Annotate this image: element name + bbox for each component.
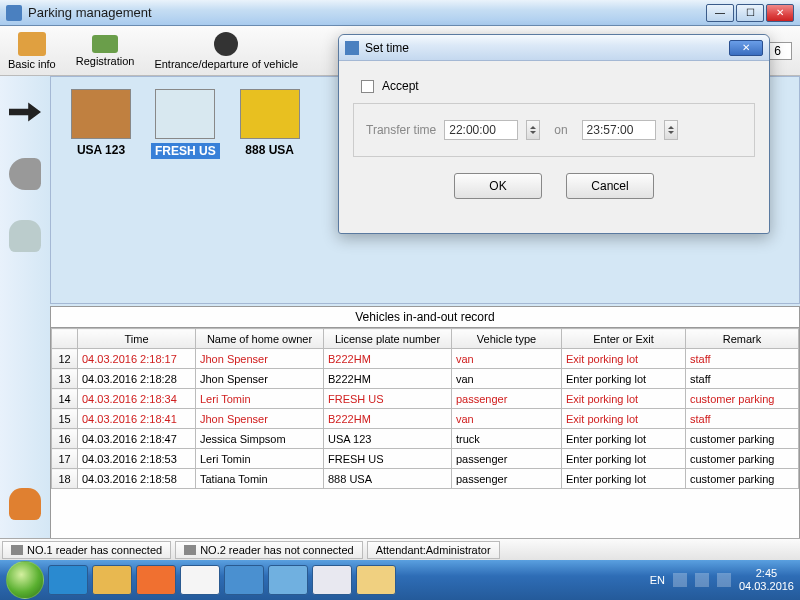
table-row[interactable]: 1304.03.2016 2:18:28Jhon SpenserB222HMva… xyxy=(52,369,799,389)
accept-label: Accept xyxy=(382,79,419,93)
row-number: 12 xyxy=(52,349,78,369)
table-row[interactable]: 1404.03.2016 2:18:34Leri TominFRESH USpa… xyxy=(52,389,799,409)
dialog-close-button[interactable]: ✕ xyxy=(729,40,763,56)
left-sidebar xyxy=(0,76,50,560)
toolbar-basic-info[interactable]: Basic info xyxy=(8,32,56,70)
taskbar: EN 2:45 04.03.2016 xyxy=(0,560,800,600)
toolbar-label: Registration xyxy=(76,55,135,67)
cell: 04.03.2016 2:18:34 xyxy=(78,389,196,409)
vehicle-label: USA 123 xyxy=(77,143,125,157)
app-icon xyxy=(6,5,22,21)
start-button[interactable] xyxy=(6,561,44,599)
cell: Exit porking lot xyxy=(562,349,686,369)
cell: Enter porking lot xyxy=(562,469,686,489)
row-number: 13 xyxy=(52,369,78,389)
cell: staff xyxy=(686,409,799,429)
vehicle-thumb xyxy=(240,89,300,139)
cell: Leri Tomin xyxy=(196,389,324,409)
column-header[interactable]: Name of home owner xyxy=(196,329,324,349)
toolbar-entrance-departure[interactable]: Entrance/departure of vehicle xyxy=(154,32,298,70)
clock[interactable]: 2:45 04.03.2016 xyxy=(739,567,794,593)
cell: Jessica Simpsom xyxy=(196,429,324,449)
table-row[interactable]: 1604.03.2016 2:18:47Jessica SimpsomUSA 1… xyxy=(52,429,799,449)
cell: Enter porking lot xyxy=(562,369,686,389)
cell: van xyxy=(452,349,562,369)
set-time-dialog: Set time ✕ Accept Transfer time 22:00:00… xyxy=(338,34,770,234)
cell: 04.03.2016 2:18:41 xyxy=(78,409,196,429)
person-icon[interactable] xyxy=(9,488,41,520)
cell: staff xyxy=(686,369,799,389)
speaker-icon[interactable] xyxy=(9,158,41,190)
taskbar-app-icon[interactable] xyxy=(224,565,264,595)
cell: Leri Tomin xyxy=(196,449,324,469)
cell: 04.03.2016 2:18:53 xyxy=(78,449,196,469)
cell: Jhon Spenser xyxy=(196,409,324,429)
column-header[interactable]: Time xyxy=(78,329,196,349)
vehicle-item-selected[interactable]: FRESH US xyxy=(151,89,220,291)
ok-button[interactable]: OK xyxy=(454,173,542,199)
spinner-icon[interactable] xyxy=(526,120,540,140)
table-row[interactable]: 1504.03.2016 2:18:41Jhon SpenserB222HMva… xyxy=(52,409,799,429)
vehicle-thumb xyxy=(71,89,131,139)
column-header[interactable]: Vehicle type xyxy=(452,329,562,349)
dialog-title: Set time xyxy=(365,41,729,55)
vehicle-item[interactable]: USA 123 xyxy=(71,89,131,291)
taskbar-chrome-icon[interactable] xyxy=(180,565,220,595)
reader2-status: NO.2 reader has not connected xyxy=(175,541,362,559)
cell: B222HM xyxy=(324,409,452,429)
vehicle-label: FRESH US xyxy=(151,143,220,159)
transfer-time-input[interactable]: 22:00:00 xyxy=(444,120,518,140)
cell: van xyxy=(452,369,562,389)
column-header[interactable]: License plate number xyxy=(324,329,452,349)
row-number: 18 xyxy=(52,469,78,489)
on-time-input[interactable]: 23:57:00 xyxy=(582,120,656,140)
column-header[interactable]: Enter or Exit xyxy=(562,329,686,349)
taskbar-paint-icon[interactable] xyxy=(312,565,352,595)
tray-flag-icon[interactable] xyxy=(673,573,687,587)
close-button[interactable]: ✕ xyxy=(766,4,794,22)
toolbar-label: Basic info xyxy=(8,58,56,70)
cell: USA 123 xyxy=(324,429,452,449)
dialog-titlebar: Set time ✕ xyxy=(339,35,769,61)
cell: customer parking xyxy=(686,469,799,489)
spinner-icon[interactable] xyxy=(664,120,678,140)
tray-volume-icon[interactable] xyxy=(717,573,731,587)
accept-checkbox[interactable] xyxy=(361,80,374,93)
table-row[interactable]: 1704.03.2016 2:18:53Leri TominFRESH USpa… xyxy=(52,449,799,469)
maximize-button[interactable]: ☐ xyxy=(736,4,764,22)
tray-network-icon[interactable] xyxy=(695,573,709,587)
vehicle-item[interactable]: 888 USA xyxy=(240,89,300,291)
cell: staff xyxy=(686,349,799,369)
taskbar-write-icon[interactable] xyxy=(356,565,396,595)
on-label: on xyxy=(554,123,567,137)
record-table-panel: Vehicles in-and-out record TimeName of h… xyxy=(50,306,800,560)
cell: Jhon Spenser xyxy=(196,369,324,389)
table-row[interactable]: 1204.03.2016 2:18:17Jhon SpenserB222HMva… xyxy=(52,349,799,369)
cell: B222HM xyxy=(324,369,452,389)
toolbar-registration[interactable]: Registration xyxy=(76,35,135,67)
car-icon[interactable] xyxy=(9,220,41,252)
status-bar: NO.1 reader has connected NO.2 reader ha… xyxy=(0,538,800,560)
taskbar-media-icon[interactable] xyxy=(136,565,176,595)
taskbar-app-icon[interactable] xyxy=(268,565,308,595)
table-title: Vehicles in-and-out record xyxy=(51,307,799,328)
cell: truck xyxy=(452,429,562,449)
system-tray: EN 2:45 04.03.2016 xyxy=(650,567,794,593)
taskbar-ie-icon[interactable] xyxy=(48,565,88,595)
cell: passenger xyxy=(452,389,562,409)
cell: Tatiana Tomin xyxy=(196,469,324,489)
vehicle-thumb xyxy=(155,89,215,139)
arrow-icon[interactable] xyxy=(9,96,41,128)
window-titlebar: Parking management — ☐ ✕ xyxy=(0,0,800,26)
table-row[interactable]: 1804.03.2016 2:18:58Tatiana Tomin888 USA… xyxy=(52,469,799,489)
cell: customer parking xyxy=(686,429,799,449)
record-table: TimeName of home ownerLicense plate numb… xyxy=(51,328,799,489)
column-header[interactable]: Remark xyxy=(686,329,799,349)
minimize-button[interactable]: — xyxy=(706,4,734,22)
taskbar-explorer-icon[interactable] xyxy=(92,565,132,595)
cancel-button[interactable]: Cancel xyxy=(566,173,654,199)
lang-indicator[interactable]: EN xyxy=(650,574,665,586)
cell: Jhon Spenser xyxy=(196,349,324,369)
cell: customer parking xyxy=(686,389,799,409)
cell: Enter porking lot xyxy=(562,449,686,469)
